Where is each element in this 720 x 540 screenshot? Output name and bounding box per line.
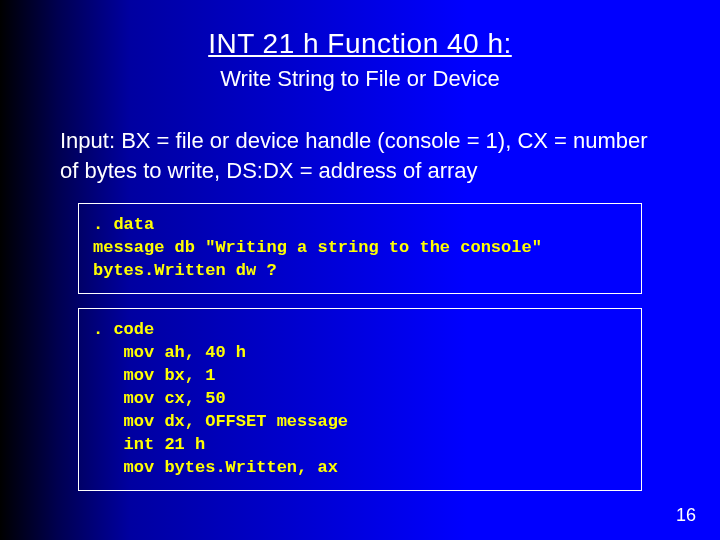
slide: INT 21 h Function 40 h: Write String to … (0, 0, 720, 540)
code-block-code: . code mov ah, 40 h mov bx, 1 mov cx, 50… (78, 308, 642, 491)
page-number: 16 (676, 505, 696, 526)
input-description: Input: BX = file or device handle (conso… (60, 126, 660, 185)
slide-subtitle: Write String to File or Device (0, 66, 720, 92)
slide-title: INT 21 h Function 40 h: (0, 0, 720, 60)
code-block-data: . data message db "Writing a string to t… (78, 203, 642, 294)
